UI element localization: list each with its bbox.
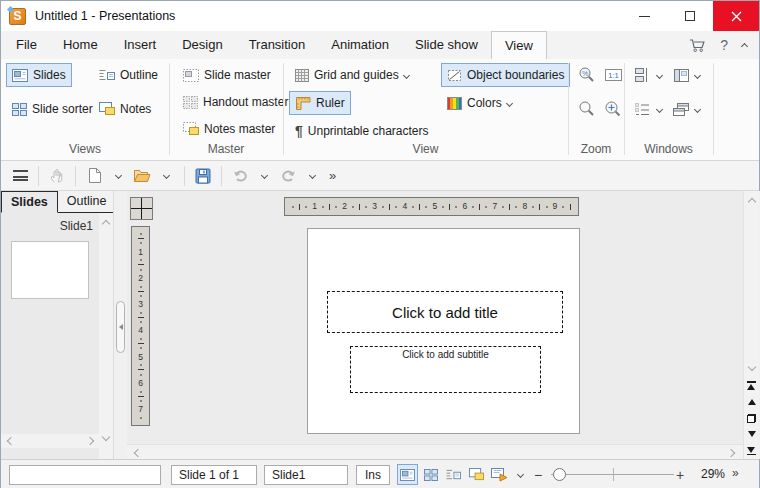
scroll-right-button[interactable]: [725, 446, 739, 460]
horizontal-scrollbar[interactable]: [127, 444, 743, 459]
scroll-left-button[interactable]: [129, 446, 143, 460]
svg-text:%: %: [582, 70, 588, 77]
next-slide-button[interactable]: [744, 426, 759, 442]
redo-button[interactable]: [277, 164, 299, 188]
grid-and-guides-button[interactable]: Grid and guides: [289, 63, 415, 87]
handout-master-button[interactable]: Handout master: [177, 90, 294, 114]
colors-button[interactable]: Colors: [441, 91, 518, 115]
new-document-dropdown[interactable]: [107, 164, 129, 188]
zoom-level-value[interactable]: 29%: [695, 467, 725, 481]
start-presentation-button[interactable]: [489, 464, 510, 485]
arrange-windows-button[interactable]: [669, 97, 693, 121]
pan-tool-button[interactable]: [46, 164, 68, 188]
panel-scroll-up-button[interactable]: [99, 215, 113, 229]
status-outline-view-button[interactable]: [443, 464, 464, 485]
panel-scroll-down-button[interactable]: [99, 431, 113, 445]
open-button[interactable]: [131, 164, 153, 188]
titlebar: S Untitled 1 - Presentations: [1, 1, 759, 31]
slide-canvas-area: 123456789 1234567 Click to add title Cli…: [127, 191, 743, 444]
zoom-button[interactable]: [575, 97, 599, 121]
panel-scroll-left-button[interactable]: [2, 434, 16, 448]
subtitle-placeholder[interactable]: Click to add subtitle: [350, 346, 541, 393]
arrange-windows-dropdown[interactable]: [691, 97, 703, 121]
zoom-out-button[interactable]: −: [534, 464, 542, 485]
panel-tab-slides[interactable]: Slides: [1, 191, 58, 213]
window-list-button[interactable]: [630, 63, 654, 87]
redo-dropdown[interactable]: [301, 164, 323, 188]
open-dropdown[interactable]: [155, 164, 177, 188]
slide-sorter-button[interactable]: Slide sorter: [6, 97, 99, 121]
chevron-right-icon: [726, 449, 734, 457]
panel-scroll-right-button[interactable]: [84, 434, 98, 448]
ruler-tick: [509, 204, 510, 210]
slide-counter[interactable]: Slide 1 of 1: [171, 465, 257, 485]
statusbar-more-button[interactable]: »: [732, 466, 739, 480]
minimize-button[interactable]: [621, 1, 667, 31]
tab-animation[interactable]: Animation: [318, 31, 402, 59]
vertical-scrollbar[interactable]: [743, 191, 759, 377]
ruler-dot: [382, 206, 384, 208]
menu-button[interactable]: [9, 164, 31, 188]
zoom-fit-button[interactable]: [601, 97, 625, 121]
panel-horizontal-scrollbar[interactable]: [1, 434, 99, 448]
undo-icon: [232, 168, 249, 183]
insert-mode-toggle[interactable]: Ins: [356, 465, 390, 485]
object-boundaries-button[interactable]: Object boundaries: [441, 63, 570, 87]
actual-size-button[interactable]: 1:1: [601, 63, 625, 87]
zoom-level-button[interactable]: %: [575, 63, 599, 87]
slide-thumbnail[interactable]: [11, 241, 89, 299]
new-document-button[interactable]: [83, 164, 105, 188]
maximize-button[interactable]: [667, 1, 713, 31]
status-slide-sorter-button[interactable]: [420, 464, 441, 485]
panel-tab-outline[interactable]: Outline: [58, 191, 116, 212]
ruler-origin-button[interactable]: [130, 197, 153, 220]
notes-view-button[interactable]: Notes: [93, 97, 157, 121]
slide-master-button[interactable]: Slide master: [177, 63, 277, 87]
undo-button[interactable]: [229, 164, 251, 188]
window-list-dropdown[interactable]: [653, 63, 665, 87]
close-button[interactable]: [713, 1, 759, 31]
tab-insert[interactable]: Insert: [111, 31, 170, 59]
zoom-slider-thumb[interactable]: [553, 468, 566, 481]
tab-file[interactable]: File: [3, 31, 50, 59]
ruler-dot: [140, 338, 142, 340]
splitter-handle[interactable]: [116, 301, 125, 353]
slides-view-button[interactable]: Slides: [6, 63, 72, 87]
title-placeholder[interactable]: Click to add title: [327, 291, 563, 333]
tab-design[interactable]: Design: [169, 31, 235, 59]
notes-master-button[interactable]: Notes master: [177, 117, 281, 141]
shop-cart-icon[interactable]: [689, 38, 706, 53]
tab-slide-show[interactable]: Slide show: [402, 31, 491, 59]
presentation-dropdown[interactable]: [513, 464, 527, 485]
slide-name[interactable]: Slide1: [264, 465, 348, 485]
scroll-up-button[interactable]: [745, 193, 759, 207]
ruler-dot: [472, 206, 474, 208]
tab-home[interactable]: Home: [50, 31, 111, 59]
status-notes-view-button[interactable]: [466, 464, 487, 485]
collapse-ribbon-icon[interactable]: [741, 43, 748, 50]
unprintable-characters-button[interactable]: ¶ Unprintable characters: [289, 119, 435, 143]
scroll-down-button[interactable]: [745, 361, 759, 375]
help-icon[interactable]: ?: [720, 37, 728, 53]
split-window-button[interactable]: [669, 63, 693, 87]
undo-dropdown[interactable]: [253, 164, 275, 188]
window-tabs-button[interactable]: [630, 97, 654, 121]
outline-view-button[interactable]: Outline: [93, 63, 164, 87]
hand-icon: [49, 168, 65, 184]
panel-vertical-scrollbar[interactable]: [99, 213, 113, 459]
first-slide-button[interactable]: [744, 377, 759, 393]
go-to-slide-button[interactable]: [744, 410, 759, 426]
tab-transition[interactable]: Transition: [236, 31, 319, 59]
split-window-dropdown[interactable]: [691, 63, 703, 87]
status-slides-view-button[interactable]: [397, 464, 418, 485]
triangle-down-icon: [747, 447, 755, 453]
last-slide-button[interactable]: [744, 443, 759, 459]
tab-view[interactable]: View: [491, 31, 547, 59]
previous-slide-button[interactable]: [744, 393, 759, 409]
ruler-toggle-button[interactable]: Ruler: [289, 91, 351, 115]
status-info-field[interactable]: [9, 465, 161, 485]
toolbar-more-button[interactable]: »: [325, 168, 340, 183]
window-tabs-dropdown[interactable]: [653, 97, 665, 121]
zoom-in-button[interactable]: +: [676, 464, 684, 485]
save-button[interactable]: [192, 164, 214, 188]
